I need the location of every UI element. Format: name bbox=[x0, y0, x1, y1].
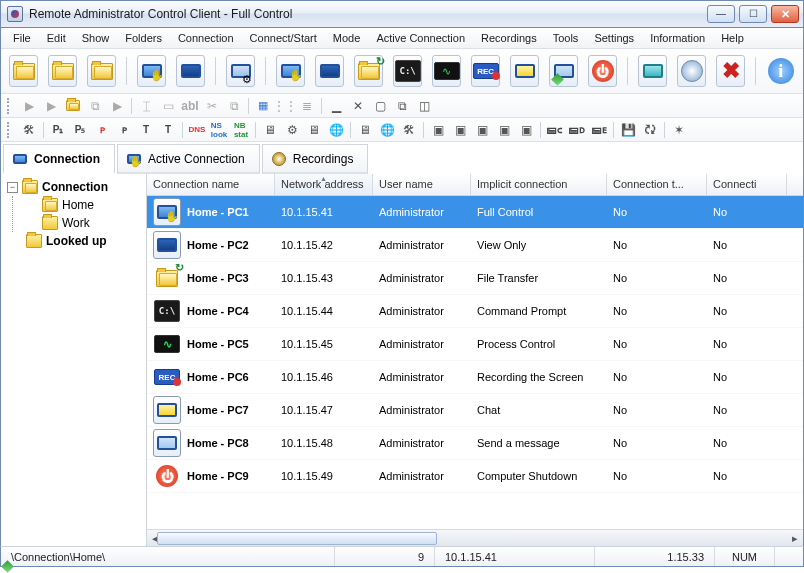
folder-plus-button[interactable] bbox=[48, 55, 77, 87]
cut-icon[interactable]: ✂ bbox=[204, 98, 220, 114]
menu-tools[interactable]: Tools bbox=[545, 30, 587, 46]
column-header[interactable]: Network address▲ bbox=[275, 174, 373, 195]
column-header[interactable]: User name bbox=[373, 174, 471, 195]
process-control-button[interactable]: ∿ bbox=[432, 55, 461, 87]
pc-icon[interactable]: 🖥 bbox=[306, 122, 322, 138]
copy2-icon[interactable]: ⧉ bbox=[226, 98, 242, 114]
folder-search-button[interactable] bbox=[87, 55, 116, 87]
sq2-icon[interactable]: ▣ bbox=[452, 122, 468, 138]
full-control-button[interactable] bbox=[137, 55, 166, 87]
underscore-icon[interactable]: ▁ bbox=[328, 98, 344, 114]
tab-connection[interactable]: Connection bbox=[3, 144, 115, 174]
menu-show[interactable]: Show bbox=[74, 30, 118, 46]
play-icon[interactable]: ▶ bbox=[21, 98, 37, 114]
globe2-icon[interactable]: 🌐 bbox=[379, 122, 395, 138]
sq3-icon[interactable]: ▣ bbox=[474, 122, 490, 138]
scroll-thumb[interactable] bbox=[157, 532, 437, 545]
titlebar[interactable]: Remote Administrator Control Client - Fu… bbox=[0, 0, 804, 28]
t-icon[interactable]: T bbox=[138, 122, 154, 138]
horizontal-scrollbar[interactable]: ◂ ▸ bbox=[147, 529, 803, 546]
table-row[interactable]: Home - PC110.1.15.41AdministratorFull Co… bbox=[147, 196, 803, 229]
screen-blank-2-button[interactable] bbox=[315, 55, 344, 87]
menu-edit[interactable]: Edit bbox=[39, 30, 74, 46]
connection-tree[interactable]: − Connection Home Work Looked up bbox=[1, 174, 147, 546]
menu-mode[interactable]: Mode bbox=[325, 30, 369, 46]
ns-icon[interactable]: NSlook bbox=[211, 122, 227, 138]
tree-item-work[interactable]: Work bbox=[19, 214, 144, 232]
close-button[interactable]: ✕ bbox=[771, 5, 799, 23]
menu-settings[interactable]: Settings bbox=[586, 30, 642, 46]
table-row[interactable]: RECHome - PC610.1.15.46AdministratorReco… bbox=[147, 361, 803, 394]
table-row[interactable]: ∿Home - PC510.1.15.45AdministratorProces… bbox=[147, 328, 803, 361]
open-folder-icon[interactable] bbox=[65, 98, 81, 114]
copy-icon[interactable]: ⧉ bbox=[87, 98, 103, 114]
screen-hand-2-button[interactable] bbox=[276, 55, 305, 87]
minimize-button[interactable]: — bbox=[707, 5, 735, 23]
x-btn-icon[interactable]: ✕ bbox=[350, 98, 366, 114]
menu-help[interactable]: Help bbox=[713, 30, 752, 46]
column-header[interactable]: Implicit connection bbox=[471, 174, 607, 195]
drive-c-icon[interactable]: 🖴ᴄ bbox=[547, 122, 563, 138]
command-prompt-button[interactable]: C:\ bbox=[393, 55, 422, 87]
tab-recordings[interactable]: Recordings bbox=[262, 144, 369, 174]
table-row[interactable]: Home - PC210.1.15.42AdministratorView On… bbox=[147, 229, 803, 262]
tree-item-home[interactable]: Home bbox=[19, 196, 144, 214]
recording-button[interactable]: REC bbox=[471, 55, 500, 87]
t2-icon[interactable]: T bbox=[160, 122, 176, 138]
pp-icon[interactable]: ᴘ bbox=[94, 122, 110, 138]
column-header[interactable]: Connection name bbox=[147, 174, 275, 195]
grid-view2-icon[interactable]: ⋮⋮ bbox=[277, 98, 293, 114]
cascade-icon[interactable]: ⧉ bbox=[394, 98, 410, 114]
collapse-icon[interactable]: − bbox=[7, 182, 18, 193]
new-connection-button[interactable] bbox=[9, 55, 38, 87]
sq1-icon[interactable]: ▣ bbox=[430, 122, 446, 138]
tool-icon[interactable]: 🛠 bbox=[401, 122, 417, 138]
gear-screen-button[interactable]: ⚙ bbox=[226, 55, 255, 87]
chat-button[interactable] bbox=[510, 55, 539, 87]
nb-icon[interactable]: NBstat bbox=[233, 122, 249, 138]
delete-button[interactable]: ✖ bbox=[716, 55, 745, 87]
drive-a-icon[interactable]: 💾 bbox=[620, 122, 636, 138]
table-row[interactable]: ⏻Home - PC910.1.15.49AdministratorComput… bbox=[147, 460, 803, 493]
column-header[interactable]: Connecti bbox=[707, 174, 787, 195]
refresh-icon[interactable]: 🗘 bbox=[642, 122, 658, 138]
menu-folders[interactable]: Folders bbox=[117, 30, 170, 46]
abl-icon[interactable]: abI bbox=[182, 98, 198, 114]
gear-icon[interactable]: ⚙ bbox=[284, 122, 300, 138]
grid-view1-icon[interactable]: ▦ bbox=[255, 98, 271, 114]
menu-connect-start[interactable]: Connect/Start bbox=[242, 30, 325, 46]
sq5-icon[interactable]: ▣ bbox=[518, 122, 534, 138]
table-row[interactable]: Home - PC710.1.15.47AdministratorChatNoN… bbox=[147, 394, 803, 427]
menu-active-connection[interactable]: Active Connection bbox=[368, 30, 473, 46]
pc2-icon[interactable]: 🖥 bbox=[357, 122, 373, 138]
file-transfer-button[interactable] bbox=[354, 55, 383, 87]
sq4-icon[interactable]: ▣ bbox=[496, 122, 512, 138]
wrench-icon[interactable]: 🛠 bbox=[21, 122, 37, 138]
table-row[interactable]: Home - PC810.1.15.48AdministratorSend a … bbox=[147, 427, 803, 460]
fx-icon[interactable]: ✶ bbox=[671, 122, 687, 138]
drive-e-icon[interactable]: 🖴ᴇ bbox=[591, 122, 607, 138]
view-only-button[interactable] bbox=[176, 55, 205, 87]
drive-d-icon[interactable]: 🖴ᴅ bbox=[569, 122, 585, 138]
menu-recordings[interactable]: Recordings bbox=[473, 30, 545, 46]
tab-active-connection[interactable]: Active Connection bbox=[117, 144, 260, 174]
pp2-icon[interactable]: ᴘ bbox=[116, 122, 132, 138]
power-button[interactable]: ⏻ bbox=[588, 55, 617, 87]
monitor-icon[interactable]: 🖥 bbox=[262, 122, 278, 138]
menu-file[interactable]: File bbox=[5, 30, 39, 46]
maximize-button[interactable]: ☐ bbox=[739, 5, 767, 23]
info-button[interactable]: i bbox=[766, 55, 795, 87]
grid-view3-icon[interactable]: ≣ bbox=[299, 98, 315, 114]
tree-lookedup[interactable]: Looked up bbox=[3, 232, 144, 250]
screen-cyan-button[interactable] bbox=[638, 55, 667, 87]
menu-connection[interactable]: Connection bbox=[170, 30, 242, 46]
restore-icon[interactable]: ◫ bbox=[416, 98, 432, 114]
grid-body[interactable]: Home - PC110.1.15.41AdministratorFull Co… bbox=[147, 196, 803, 529]
play2-icon[interactable]: ▶ bbox=[109, 98, 125, 114]
cursor-icon[interactable]: ⌶ bbox=[138, 98, 154, 114]
play-alt-icon[interactable]: ▶ bbox=[43, 98, 59, 114]
rect-icon[interactable]: ▭ bbox=[160, 98, 176, 114]
table-row[interactable]: C:\Home - PC410.1.15.44AdministratorComm… bbox=[147, 295, 803, 328]
scroll-right-icon[interactable]: ▸ bbox=[787, 530, 803, 546]
tree-root[interactable]: − Connection bbox=[3, 178, 144, 196]
